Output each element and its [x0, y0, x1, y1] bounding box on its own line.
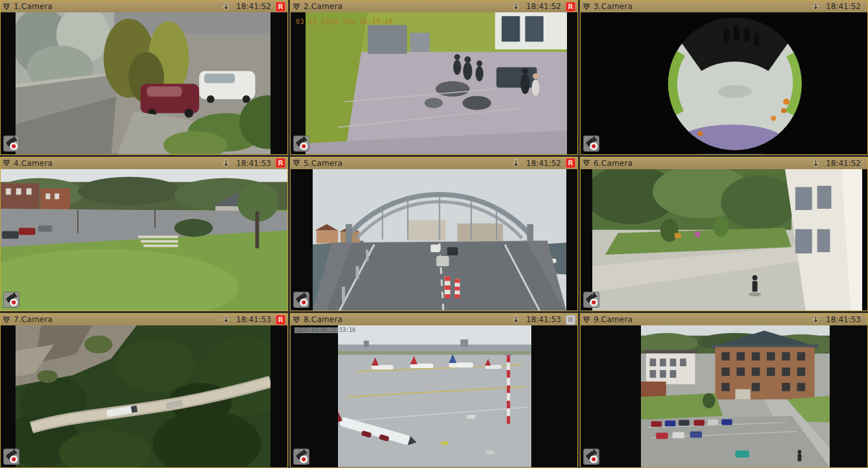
camera-title: 7.Camera	[14, 315, 53, 324]
record-camera-button[interactable]	[293, 449, 309, 465]
camera-tile-2[interactable]: 2.Camera 18:41:52 R	[290, 0, 578, 155]
camera-view[interactable]: 2019-03-06 11:53:14	[291, 325, 577, 467]
camera-view[interactable]	[1, 325, 287, 467]
camera-titlebar[interactable]: 1.Camera 18:41:52 R	[1, 1, 287, 12]
camera-view[interactable]: 03 11 2019 Thu 15:39:26	[291, 12, 577, 154]
record-camera-button[interactable]	[293, 135, 309, 152]
camera-view[interactable]	[581, 169, 867, 311]
record-camera-button[interactable]	[3, 292, 19, 308]
camera-menu-icon[interactable]	[583, 316, 590, 323]
camera-titlebar[interactable]: 2.Camera 18:41:52 R	[291, 1, 577, 12]
camera-title: 2.Camera	[304, 2, 343, 11]
camera-view[interactable]	[1, 12, 287, 154]
camera-timestamp: 18:41:53	[236, 315, 271, 324]
record-badge[interactable]: R	[566, 315, 575, 325]
camera-titlebar[interactable]: 3.Camera 18:41:52	[581, 1, 867, 12]
archive-arrow-icon[interactable]	[812, 2, 820, 11]
video-frame	[1, 169, 287, 311]
scene-office-room	[306, 12, 567, 154]
record-badge[interactable]: R	[566, 2, 575, 12]
camera-menu-icon[interactable]	[3, 3, 10, 10]
camera-timestamp: 18:41:53	[236, 159, 271, 168]
camera-timestamp: 18:41:52	[826, 2, 861, 11]
scene-park-parking	[1, 169, 287, 311]
camera-timestamp: 18:41:52	[526, 2, 561, 11]
video-frame	[581, 12, 867, 154]
camera-tile-6[interactable]: 6.Camera 18:41:52	[580, 157, 868, 312]
scene-airport-apron	[338, 325, 531, 467]
record-badge[interactable]: R	[276, 2, 285, 12]
archive-arrow-icon[interactable]	[812, 159, 820, 168]
archive-arrow-icon[interactable]	[222, 159, 230, 168]
camera-menu-icon[interactable]	[293, 159, 300, 167]
record-camera-button[interactable]	[3, 135, 19, 152]
record-badge[interactable]: R	[566, 158, 575, 168]
camera-title: 1.Camera	[14, 2, 53, 11]
camera-view[interactable]	[1, 169, 287, 311]
scene-forest-road	[16, 325, 271, 467]
archive-arrow-icon[interactable]	[512, 315, 520, 324]
camera-titlebar[interactable]: 8.Camera 18:41:53 R	[291, 314, 577, 325]
archive-arrow-icon[interactable]	[512, 159, 520, 168]
camera-menu-icon[interactable]	[3, 316, 10, 323]
camera-timestamp: 18:41:52	[526, 159, 561, 168]
camera-title: 8.Camera	[304, 315, 343, 324]
record-camera-button[interactable]	[583, 292, 599, 308]
camera-timestamp: 18:41:53	[526, 315, 561, 324]
camera-tile-5[interactable]: 5.Camera 18:41:52 R	[290, 157, 578, 312]
camera-title: 3.Camera	[594, 2, 633, 11]
camera-titlebar[interactable]: 4.Camera 18:41:53 R	[1, 158, 287, 169]
scene-building-yard	[592, 169, 862, 311]
camera-timestamp: 18:41:52	[236, 2, 271, 11]
camera-timestamp: 18:41:52	[826, 159, 861, 168]
video-frame	[16, 12, 271, 154]
camera-titlebar[interactable]: 6.Camera 18:41:52	[581, 158, 867, 169]
record-camera-button[interactable]	[583, 449, 599, 465]
camera-tile-4[interactable]: 4.Camera 18:41:53 R	[0, 157, 288, 312]
video-frame	[313, 169, 566, 311]
scene-fisheye-hall	[581, 12, 867, 154]
archive-arrow-icon[interactable]	[812, 315, 820, 324]
video-frame	[641, 325, 830, 467]
camera-title: 9.Camera	[594, 315, 633, 324]
record-camera-button[interactable]	[583, 135, 599, 152]
camera-menu-icon[interactable]	[293, 3, 300, 10]
video-frame	[338, 325, 531, 467]
archive-arrow-icon[interactable]	[222, 2, 230, 11]
camera-tile-8[interactable]: 8.Camera 18:41:53 R	[290, 313, 578, 468]
camera-tile-9[interactable]: 9.Camera 18:41:53	[580, 313, 868, 468]
scene-garden-parking	[16, 12, 271, 154]
camera-menu-icon[interactable]	[293, 316, 300, 323]
camera-menu-icon[interactable]	[583, 3, 590, 10]
camera-title: 4.Camera	[14, 159, 53, 168]
camera-titlebar[interactable]: 5.Camera 18:41:52 R	[291, 158, 577, 169]
record-camera-button[interactable]	[293, 292, 309, 308]
video-timestamp-overlay: 2019-03-06 11:53:14	[295, 327, 357, 333]
video-timestamp-overlay: 03 11 2019 Thu 15:39:26	[296, 18, 393, 25]
camera-tile-3[interactable]: 3.Camera 18:41:52	[580, 0, 868, 155]
camera-grid: 1.Camera 18:41:52 R	[0, 0, 868, 468]
record-badge[interactable]: R	[276, 158, 285, 168]
camera-menu-icon[interactable]	[583, 159, 590, 167]
camera-title: 6.Camera	[594, 159, 633, 168]
archive-arrow-icon[interactable]	[222, 315, 230, 324]
scene-bridge-road	[313, 169, 566, 311]
camera-title: 5.Camera	[304, 159, 343, 168]
camera-view[interactable]	[291, 169, 577, 311]
record-badge[interactable]: R	[276, 315, 285, 325]
archive-arrow-icon[interactable]	[512, 2, 520, 11]
scene-campus-parking	[641, 325, 830, 467]
camera-tile-1[interactable]: 1.Camera 18:41:52 R	[0, 0, 288, 155]
camera-timestamp: 18:41:53	[826, 315, 861, 324]
video-frame	[592, 169, 862, 311]
camera-menu-icon[interactable]	[3, 159, 10, 167]
record-camera-button[interactable]	[3, 449, 19, 465]
video-frame	[16, 325, 271, 467]
camera-titlebar[interactable]: 9.Camera 18:41:53	[581, 314, 867, 325]
camera-view[interactable]	[581, 325, 867, 467]
video-frame	[306, 12, 567, 154]
camera-titlebar[interactable]: 7.Camera 18:41:53 R	[1, 314, 287, 325]
camera-view[interactable]	[581, 12, 867, 154]
camera-tile-7[interactable]: 7.Camera 18:41:53 R	[0, 313, 288, 468]
